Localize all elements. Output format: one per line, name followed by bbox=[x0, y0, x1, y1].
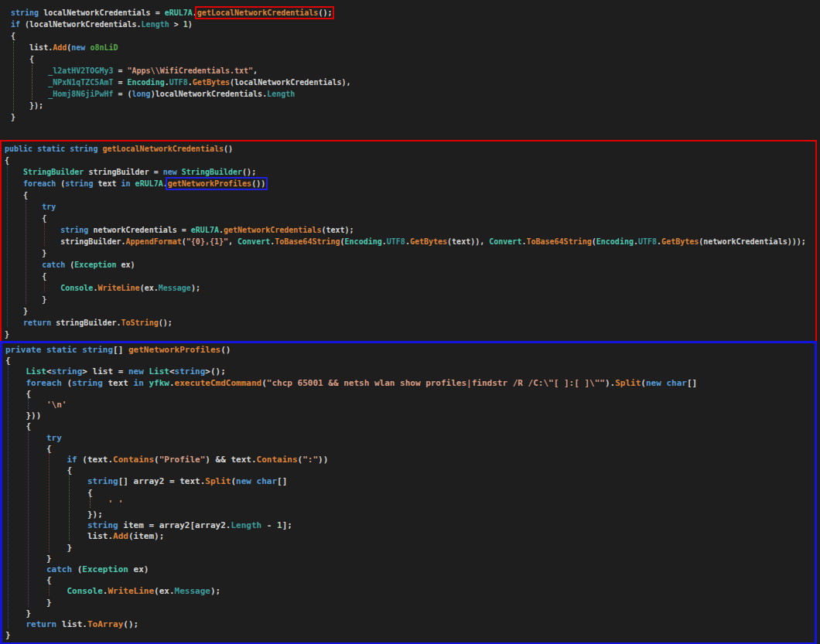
code-token: UTF8 bbox=[387, 237, 405, 246]
code-token: new bbox=[236, 476, 251, 486]
code-token bbox=[251, 476, 257, 486]
code-line: { bbox=[11, 53, 820, 65]
code-line: private static string[] getNetworkProfil… bbox=[5, 345, 815, 356]
code-token: stringBuilder. bbox=[5, 237, 126, 246]
code-token: try bbox=[5, 433, 62, 443]
code-token: ToString bbox=[121, 319, 159, 327]
code-token: { bbox=[5, 488, 93, 498]
code-token: (networkCredentials))); bbox=[699, 237, 805, 246]
code-token: try bbox=[5, 203, 56, 211]
code-token: (item); bbox=[128, 531, 164, 541]
code-line: if (text.Contains("Profile") && text.Con… bbox=[5, 455, 815, 465]
code-token: ex) bbox=[117, 261, 135, 269]
code-line: { bbox=[5, 155, 815, 166]
code-line: string[] array2 = text.Split(new char[] bbox=[5, 476, 815, 487]
code-line: { bbox=[5, 189, 815, 201]
code-token: Console bbox=[67, 586, 102, 596]
code-token: long bbox=[132, 90, 151, 98]
code-token: text bbox=[93, 179, 121, 188]
code-line: list.Add(new o8nLiD bbox=[11, 42, 820, 53]
code-token: text bbox=[103, 378, 134, 388]
code-line: } bbox=[5, 630, 815, 641]
code-token: string bbox=[5, 476, 118, 486]
code-token: Contains bbox=[113, 455, 154, 465]
code-token: (ex. bbox=[140, 284, 159, 292]
code-token: char bbox=[666, 378, 687, 388]
code-token: foreach bbox=[5, 179, 56, 188]
code-token: Length bbox=[267, 90, 295, 98]
red-inline-highlight-box: getLocalNetworkCredentials(); bbox=[197, 9, 333, 17]
code-line: { bbox=[5, 389, 815, 400]
code-line: })) bbox=[5, 411, 815, 421]
code-token: _NPxN1qTZC5AmT bbox=[11, 78, 113, 87]
code-token: () bbox=[220, 345, 231, 355]
code-snippet-wifi-caller: string localNetworkCredentials = eRUL7A.… bbox=[0, 7, 820, 123]
code-token: StringBuilder bbox=[5, 168, 84, 176]
code-token: } bbox=[5, 598, 52, 608]
code-line: if (localNetworkCredentials.Length > 1) bbox=[11, 19, 820, 30]
code-line: StringBuilder stringBuilder = new String… bbox=[5, 166, 815, 178]
code-token: _l2atHV2TOGMy3 bbox=[11, 66, 113, 75]
code-token: } bbox=[5, 630, 11, 640]
code-token: getNetworkProfiles bbox=[128, 345, 220, 355]
code-token: Encoding bbox=[345, 237, 382, 246]
code-token: localNetworkCredentials = bbox=[39, 9, 165, 17]
code-token: { bbox=[5, 214, 46, 223]
code-token: eRUL7A bbox=[191, 226, 219, 234]
code-token: ( bbox=[72, 564, 82, 574]
code-token: if bbox=[11, 20, 20, 29]
code-token: { bbox=[5, 389, 31, 399]
code-token: , bbox=[228, 237, 237, 246]
code-token: item = array2[array2. bbox=[118, 520, 231, 530]
code-token: [] array2 = text. bbox=[118, 476, 206, 486]
code-token: '\n' bbox=[5, 400, 67, 410]
code-line: _Homj8N6jiPwHf = (long)localNetworkCrede… bbox=[11, 88, 820, 100]
code-token: } bbox=[5, 554, 52, 564]
code-token: (); bbox=[123, 619, 138, 629]
code-line: ' ' bbox=[5, 499, 815, 509]
code-line: Console.WriteLine(ex.Message); bbox=[5, 586, 815, 597]
code-token: - bbox=[261, 520, 277, 530]
code-token: Length bbox=[142, 20, 169, 29]
red-highlight-box-getlocalnetworkcredentials: public static string getLocalNetworkCred… bbox=[0, 140, 817, 343]
code-token: yfkw bbox=[149, 378, 169, 388]
code-line: Console.WriteLine(ex.Message); bbox=[5, 282, 815, 294]
code-token: [] bbox=[113, 345, 128, 355]
code-token: if bbox=[5, 455, 77, 465]
code-token: { bbox=[5, 444, 52, 454]
code-token: } bbox=[5, 608, 31, 618]
blue-highlight-box-getnetworkprofiles: private static string[] getNetworkProfil… bbox=[0, 341, 817, 644]
code-token: Split bbox=[205, 476, 231, 486]
code-token: foreach bbox=[5, 378, 62, 388]
code-line: string item = array2[array2.Length - 1]; bbox=[5, 520, 815, 531]
code-token: > list = bbox=[82, 366, 128, 377]
code-token: 1 bbox=[277, 520, 282, 530]
code-line: } bbox=[5, 543, 815, 554]
code-token: }); bbox=[5, 509, 103, 520]
code-token: Console bbox=[60, 284, 93, 292]
code-token: Encoding bbox=[128, 78, 165, 87]
code-line: { bbox=[5, 488, 815, 499]
code-token: Contains bbox=[257, 455, 298, 465]
code-token: getNetworkCredentials bbox=[224, 226, 321, 234]
code-token: { bbox=[11, 55, 34, 63]
code-line: public static string getLocalNetworkCred… bbox=[5, 143, 815, 155]
code-token: ( bbox=[154, 455, 159, 465]
code-token: () bbox=[224, 145, 233, 153]
code-token: (text); bbox=[321, 226, 354, 234]
code-token: getLocalNetworkCredentials bbox=[197, 9, 319, 17]
code-line: } bbox=[5, 247, 815, 259]
code-line: }); bbox=[11, 100, 820, 111]
code-line: { bbox=[5, 421, 815, 432]
code-token: (ex. bbox=[154, 586, 175, 596]
code-line: } bbox=[11, 111, 820, 123]
code-token: getLocalNetworkCredentials bbox=[102, 145, 224, 153]
code-token: )) bbox=[318, 455, 328, 465]
code-token: return bbox=[5, 619, 56, 629]
code-token: (); bbox=[242, 168, 256, 176]
code-line: { bbox=[5, 356, 815, 366]
code-token: list. bbox=[56, 619, 87, 629]
code-token: getNetworkProfiles bbox=[168, 179, 251, 188]
code-line: { bbox=[5, 465, 815, 476]
code-token: }); bbox=[11, 101, 43, 110]
